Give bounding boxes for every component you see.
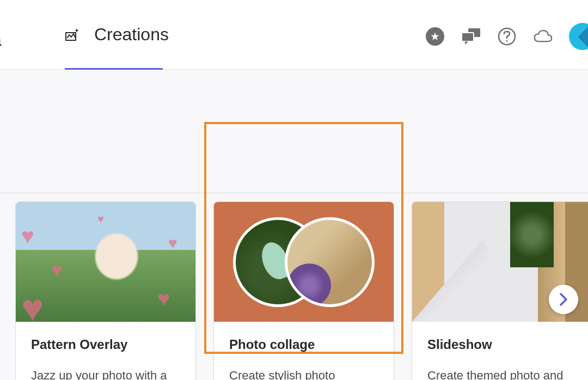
- user-avatar[interactable]: [569, 23, 588, 50]
- card-title: Slideshow: [427, 337, 577, 352]
- speech-bubbles-icon: [461, 28, 481, 45]
- carousel-divider: [0, 193, 588, 193]
- card-title: Pattern Overlay: [31, 337, 180, 352]
- comments-button[interactable]: [461, 27, 481, 46]
- heart-icon: ♥: [21, 286, 44, 322]
- heart-icon: ♥: [51, 259, 63, 281]
- tab-creations-label: Creations: [94, 24, 169, 45]
- card-description: Create themed photo and video slideshows…: [427, 367, 577, 380]
- card-thumbnail: ♥ ♥ ♥ ♥ ♥ ♥: [16, 202, 195, 322]
- help-button[interactable]: [497, 27, 517, 46]
- collage-circle-right: [285, 217, 375, 307]
- favorites-button[interactable]: [425, 27, 445, 46]
- creations-sparkle-icon: [65, 27, 80, 42]
- card-body: Slideshow Create themed photo and video …: [412, 322, 588, 380]
- chevron-right-icon: [559, 292, 568, 307]
- creations-carousel: ♥ ♥ ♥ ♥ ♥ ♥ Pattern Overlay Jazz up your…: [0, 201, 588, 380]
- tab-creations[interactable]: Creations: [65, 24, 169, 71]
- card-photo-collage[interactable]: Photo collage Create stylish photo colla…: [213, 201, 394, 380]
- collage-preview: [233, 217, 375, 307]
- svg-point-4: [506, 40, 508, 42]
- card-description: Create stylish photo collages.: [229, 367, 378, 380]
- heart-icon: ♥: [157, 286, 170, 311]
- card-title: Photo collage: [229, 337, 378, 352]
- content-area: ♥ ♥ ♥ ♥ ♥ ♥ Pattern Overlay Jazz up your…: [0, 70, 588, 380]
- card-description: Jazz up your photo with a fun pattern.: [31, 367, 180, 380]
- cloud-icon: [533, 29, 553, 44]
- star-icon: [426, 27, 444, 46]
- svg-rect-2: [462, 33, 474, 41]
- header-actions: [425, 23, 588, 50]
- heart-icon: ♥: [21, 224, 34, 248]
- app-header: dia Creations: [0, 0, 588, 70]
- card-body: Pattern Overlay Jazz up your photo with …: [16, 322, 195, 380]
- card-thumbnail: [214, 202, 394, 322]
- card-pattern-overlay[interactable]: ♥ ♥ ♥ ♥ ♥ ♥ Pattern Overlay Jazz up your…: [15, 201, 196, 380]
- question-circle-icon: [498, 27, 516, 46]
- card-body: Photo collage Create stylish photo colla…: [214, 322, 394, 380]
- tab-media-partial[interactable]: dia: [0, 30, 2, 50]
- heart-icon: ♥: [97, 213, 104, 225]
- carousel-next-button[interactable]: [549, 285, 578, 314]
- cloud-sync-button[interactable]: [533, 27, 553, 46]
- heart-icon: ♥: [168, 235, 177, 252]
- trees-decoration: [510, 202, 554, 267]
